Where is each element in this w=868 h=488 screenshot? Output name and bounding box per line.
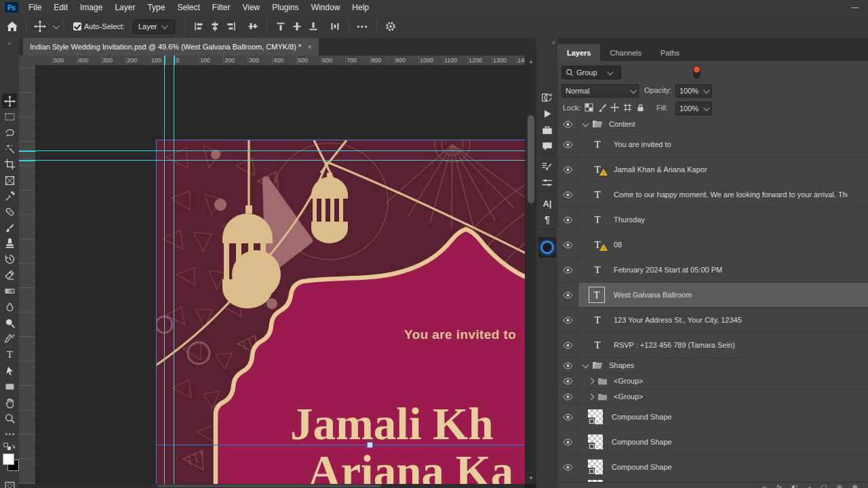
horizontal-scrollbar[interactable]	[35, 484, 525, 488]
lasso-tool[interactable]	[2, 125, 17, 140]
chevron-down-icon[interactable]	[583, 120, 589, 127]
close-tab-icon[interactable]: ×	[307, 43, 311, 51]
menu-layer[interactable]: Layer	[108, 0, 141, 15]
actions-icon[interactable]	[540, 107, 554, 121]
distribute-bottom-edges-icon[interactable]	[305, 18, 321, 35]
ruler-corner[interactable]	[19, 56, 36, 66]
layer-row-shape[interactable]: Compound Shape	[557, 455, 868, 480]
opacity-input[interactable]: 100%	[675, 84, 712, 98]
menu-file[interactable]: File	[22, 0, 47, 15]
more-options-icon[interactable]: •••	[355, 18, 371, 35]
gradient-tool[interactable]	[2, 283, 17, 298]
align-left-edges-icon[interactable]	[191, 18, 207, 35]
layer-row-text-selected[interactable]: T West Galvana Ballroom	[557, 283, 868, 308]
visibility-eye-icon[interactable]	[557, 182, 578, 207]
horizontal-scrollbar-thumb[interactable]	[157, 485, 381, 487]
menu-view[interactable]: View	[236, 0, 266, 15]
layer-row-text[interactable]: T ! 08	[557, 232, 868, 258]
visibility-eye-icon[interactable]	[557, 117, 578, 131]
layer-row-subgroup[interactable]: <Group>	[557, 389, 868, 405]
new-group-icon[interactable]: ▢	[821, 484, 827, 488]
clone-stamp-tool[interactable]	[2, 236, 17, 251]
adjustment-layer-icon[interactable]: ◑	[807, 484, 811, 488]
guide-horizontal-2[interactable]	[35, 160, 525, 161]
home-icon[interactable]	[4, 18, 20, 35]
brush-settings-icon[interactable]	[540, 160, 554, 174]
history-icon[interactable]	[540, 91, 554, 104]
lock-image-pixels-icon[interactable]	[597, 103, 606, 112]
ruler-vertical[interactable]: 3002001000100200300400500600700800900100…	[19, 65, 36, 484]
lock-all-icon[interactable]	[636, 103, 645, 112]
path-selection-tool[interactable]	[2, 363, 17, 378]
menu-help[interactable]: Help	[346, 0, 375, 15]
move-tool-chevron-icon[interactable]	[53, 22, 60, 29]
tab-paths[interactable]: Paths	[651, 44, 689, 61]
visibility-eye-icon[interactable]	[557, 308, 578, 332]
align-vertical-centers-icon[interactable]	[245, 18, 261, 35]
layer-row-group[interactable]: Shapes	[557, 358, 868, 373]
layer-mask-icon[interactable]: ◧	[791, 484, 797, 488]
magic-wand-tool[interactable]	[2, 141, 17, 156]
layer-effects-icon[interactable]: fx	[776, 484, 782, 488]
guide-vertical-2[interactable]	[174, 65, 174, 484]
chevron-right-icon[interactable]	[588, 378, 595, 384]
menu-edit[interactable]: Edit	[47, 0, 74, 15]
blur-tool[interactable]	[2, 300, 17, 314]
layer-row-shape[interactable]: Compound Shape	[557, 405, 868, 430]
layer-row-text[interactable]: T Come to our happy moment. We are looki…	[557, 182, 868, 207]
brush-tool[interactable]	[2, 220, 17, 235]
layer-row-text[interactable]: T Thursday	[557, 207, 868, 232]
visibility-eye-icon[interactable]	[557, 405, 578, 429]
fill-input[interactable]: 100%	[675, 102, 712, 115]
menu-select[interactable]: Select	[171, 0, 205, 15]
visibility-eye-icon[interactable]	[557, 258, 578, 282]
pen-tool[interactable]	[2, 331, 17, 346]
tab-layers[interactable]: Layers	[557, 44, 600, 61]
canvas-text-intro[interactable]: You are invited to	[404, 327, 516, 342]
visibility-eye-icon[interactable]	[557, 207, 578, 232]
visibility-eye-icon[interactable]	[557, 358, 578, 373]
menu-window[interactable]: Window	[305, 0, 347, 15]
visibility-eye-icon[interactable]	[557, 430, 578, 454]
visibility-eye-icon[interactable]	[557, 283, 578, 307]
visibility-eye-icon[interactable]	[557, 157, 578, 182]
paragraph-panel-icon[interactable]: ¶	[540, 213, 554, 226]
chevron-down-icon[interactable]	[583, 361, 589, 368]
auto-select-target-dropdown[interactable]: Layer	[133, 20, 175, 34]
auto-select-checkbox[interactable]	[73, 22, 81, 30]
layer-row-text[interactable]: T You are invited to	[557, 132, 868, 157]
history-brush-tool[interactable]	[2, 251, 17, 266]
layer-row-text[interactable]: T February 2024 Start at 05:00 PM	[557, 258, 868, 283]
hand-tool[interactable]	[2, 395, 17, 410]
blend-mode-dropdown[interactable]: Normal	[561, 84, 639, 98]
tab-channels[interactable]: Channels	[600, 44, 650, 61]
vertical-scrollbar[interactable]: ▲ ▼	[525, 56, 536, 484]
toolbar-collapse-icon[interactable]: »	[0, 38, 19, 47]
layer-row-text[interactable]: T 123 Your Address St., Your City, 12345	[557, 308, 868, 333]
comments-icon[interactable]	[540, 140, 554, 153]
delete-layer-icon[interactable]: 🗑	[852, 484, 859, 488]
minimize-button[interactable]: —	[847, 0, 863, 14]
frame-tool[interactable]	[2, 173, 17, 188]
layer-row-text[interactable]: T ! Jamali Khan & Ariana Kapor	[557, 157, 868, 182]
visibility-eye-icon[interactable]	[557, 389, 578, 404]
visibility-eye-icon[interactable]	[557, 373, 578, 388]
guide-horizontal-1[interactable]	[35, 150, 525, 151]
eraser-tool[interactable]	[2, 268, 17, 283]
guide-vertical-1[interactable]	[164, 65, 165, 484]
layer-row-shape[interactable]: Compound Shape	[557, 430, 868, 455]
canvas-text-name2[interactable]: Ariana Ka	[308, 446, 513, 484]
type-tool[interactable]: T	[2, 347, 17, 362]
eyedropper-tool[interactable]	[2, 188, 17, 203]
visibility-eye-icon[interactable]	[557, 333, 578, 357]
visibility-eye-icon[interactable]	[557, 455, 578, 479]
document-tab[interactable]: Indian Style Wedding Invitation.psd @ 49…	[23, 38, 319, 56]
libraries-icon[interactable]	[540, 123, 554, 137]
edit-toolbar-icon[interactable]	[2, 426, 17, 441]
foreground-color-swatch[interactable]	[3, 453, 14, 465]
rectangular-marquee-tool[interactable]	[2, 109, 17, 124]
layer-row-text[interactable]: T RSVP : +123 456 789 (Tamara Sein)	[557, 333, 868, 358]
menu-image[interactable]: Image	[74, 0, 108, 15]
expand-panels-icon[interactable]: «	[536, 38, 558, 46]
align-horizontal-centers-icon[interactable]	[207, 18, 223, 35]
